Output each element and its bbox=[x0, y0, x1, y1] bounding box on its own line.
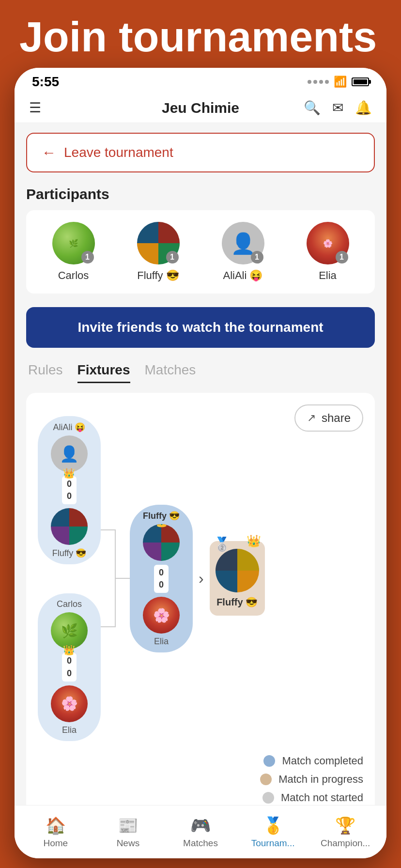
sf-bottom-name: Elia bbox=[154, 636, 169, 647]
nav-item-matches[interactable]: 🎮 Matches bbox=[164, 816, 237, 849]
nav-bar: ☰ Jeu Chimie 🔍 ✉ 🔔 bbox=[15, 93, 386, 123]
medal-icon: 🥈 bbox=[214, 536, 231, 552]
winner-avatar bbox=[216, 549, 259, 592]
nav-label-tournament: Tournam... bbox=[251, 838, 295, 849]
participant-name-fluffy: Fluffy 😎 bbox=[137, 269, 179, 282]
winner-card: 🥈 👑 Fluffy 😎 bbox=[210, 541, 265, 616]
winner-crown-icon: 👑 bbox=[247, 534, 261, 548]
bottom-navigation: 🏠 Home 📰 News 🎮 Matches 🥇 Tournam... 🏆 C… bbox=[15, 805, 386, 858]
legend-completed: Match completed bbox=[263, 755, 363, 767]
participant-name-carlos: Carlos bbox=[58, 269, 89, 282]
battery-icon bbox=[352, 78, 369, 86]
sf-bottom-avatar: 🌸 bbox=[143, 597, 180, 634]
nav-label-news: News bbox=[117, 838, 140, 849]
crown-match1: 👑 bbox=[63, 466, 75, 480]
participant-elia: 🌸 1 Elia bbox=[290, 222, 365, 282]
winner-section: 🥈 👑 Fluffy 😎 bbox=[210, 541, 265, 616]
match2: Carlos 🌿 👑 00 🌸 bbox=[38, 593, 101, 741]
leave-tournament-button[interactable]: ← Leave tournament bbox=[26, 133, 375, 172]
bracket: AliAli 😝 👤 👑 00 bbox=[38, 416, 363, 741]
sf-top-avatar: 👑 bbox=[143, 524, 180, 561]
search-icon[interactable]: 🔍 bbox=[304, 100, 321, 116]
nav-item-home[interactable]: 🏠 Home bbox=[19, 816, 92, 849]
sf-top-name: Fluffy 😎 bbox=[143, 511, 180, 521]
participant-aliali: 👤 1 AliAli 😝 bbox=[205, 222, 280, 282]
nav-label-home: Home bbox=[43, 838, 68, 849]
nav-item-tournament[interactable]: 🥇 Tournam... bbox=[237, 816, 309, 849]
participant-fluffy: 1 Fluffy 😎 bbox=[121, 222, 196, 282]
nav-label-champion: Champion... bbox=[321, 838, 370, 849]
tab-fixtures[interactable]: Fixtures bbox=[77, 362, 130, 383]
nav-action-icons: 🔍 ✉ 🔔 bbox=[304, 100, 372, 116]
tournament-icon: 🥇 bbox=[263, 816, 283, 835]
invite-label: Invite friends to watch the tournament bbox=[77, 320, 323, 335]
legend-label-inprogress: Match in progress bbox=[278, 773, 363, 786]
leave-tournament-label: Leave tournament bbox=[64, 145, 173, 160]
nav-label-matches: Matches bbox=[183, 838, 218, 849]
badge-elia: 1 bbox=[336, 251, 348, 264]
legend-notstarted: Match not started bbox=[262, 791, 363, 804]
banner-title: Join tournaments bbox=[19, 15, 382, 59]
share-button[interactable]: ↗ share bbox=[294, 404, 363, 432]
semifinal: Fluffy 😎 👑 00 🌸 bbox=[130, 505, 193, 652]
content-area: ← Leave tournament Participants 🌿 1 Carl… bbox=[15, 123, 386, 808]
legend-label-completed: Match completed bbox=[282, 755, 363, 767]
avatar-elia: 🌸 1 bbox=[307, 222, 349, 264]
participant-carlos: 🌿 1 Carlos bbox=[36, 222, 111, 282]
top-banner: Join tournaments bbox=[0, 0, 401, 69]
status-time: 5:55 bbox=[32, 74, 59, 90]
crown-sf: 👑 bbox=[155, 524, 168, 528]
invite-friends-button[interactable]: Invite friends to watch the tournament bbox=[26, 307, 375, 348]
tab-rules[interactable]: Rules bbox=[28, 362, 63, 383]
phone-frame: 5:55 📶 ☰ Jeu Chimie 🔍 ✉ 🔔 ← Leave tourna… bbox=[15, 68, 386, 858]
match1: AliAli 😝 👤 👑 00 bbox=[38, 416, 101, 564]
news-icon: 📰 bbox=[118, 816, 138, 835]
nav-item-champion[interactable]: 🏆 Champion... bbox=[309, 816, 382, 849]
legend-inprogress: Match in progress bbox=[260, 773, 363, 786]
match2-bottom-avatar: 🌸 bbox=[51, 685, 88, 722]
nav-title: Jeu Chimie bbox=[162, 100, 239, 116]
match1-bottom-name: Fluffy 😎 bbox=[52, 548, 87, 558]
crown-match2: 👑 bbox=[63, 643, 75, 657]
badge-aliali: 1 bbox=[251, 251, 263, 264]
fixtures-card: ↗ share AliAli 😝 👤 bbox=[26, 393, 375, 808]
status-icons: 📶 bbox=[308, 76, 369, 88]
share-icon: ↗ bbox=[307, 412, 316, 424]
signal-dots bbox=[308, 80, 329, 84]
match2-top-name: Carlos bbox=[57, 599, 82, 609]
avatar-fluffy: 1 bbox=[137, 222, 180, 264]
legend-dot-inprogress bbox=[260, 774, 272, 785]
participant-name-aliali: AliAli 😝 bbox=[223, 269, 262, 282]
connector1 bbox=[101, 486, 130, 670]
matches-icon: 🎮 bbox=[190, 816, 211, 835]
message-icon[interactable]: ✉ bbox=[332, 100, 343, 116]
legend-dot-completed bbox=[263, 755, 275, 767]
back-arrow-icon: ← bbox=[42, 144, 56, 161]
participants-title: Participants bbox=[26, 186, 375, 202]
match1-top-name: AliAli 😝 bbox=[53, 422, 85, 433]
match1-bottom-avatar bbox=[51, 508, 88, 545]
avatar-aliali: 👤 1 bbox=[222, 222, 264, 264]
status-bar: 5:55 📶 bbox=[15, 68, 386, 93]
badge-carlos: 1 bbox=[81, 251, 94, 264]
menu-icon[interactable]: ☰ bbox=[29, 100, 41, 116]
badge-fluffy: 1 bbox=[166, 251, 179, 264]
sf-score: 00 bbox=[154, 565, 169, 593]
match2-bottom-name: Elia bbox=[62, 725, 77, 735]
nav-item-news[interactable]: 📰 News bbox=[92, 816, 165, 849]
participants-card: 🌿 1 Carlos 1 Fluffy 😎 bbox=[26, 210, 375, 294]
arrow-right-icon: › bbox=[199, 570, 204, 588]
winner-name: Fluffy 😎 bbox=[216, 596, 258, 608]
round1: AliAli 😝 👤 👑 00 bbox=[38, 416, 101, 741]
round2: Fluffy 😎 👑 00 🌸 bbox=[130, 505, 193, 652]
fixtures-tabs: Rules Fixtures Matches bbox=[26, 362, 375, 383]
match1-score: 👑 00 bbox=[62, 476, 77, 504]
wifi-icon: 📶 bbox=[334, 76, 347, 88]
champion-icon: 🏆 bbox=[335, 816, 355, 835]
bracket-legend: Match completed Match in progress Match … bbox=[38, 755, 363, 804]
participant-name-elia: Elia bbox=[319, 269, 337, 282]
legend-dot-notstarted bbox=[262, 792, 274, 804]
avatar-carlos: 🌿 1 bbox=[52, 222, 95, 264]
notification-icon[interactable]: 🔔 bbox=[355, 100, 372, 116]
tab-matches[interactable]: Matches bbox=[145, 362, 196, 383]
